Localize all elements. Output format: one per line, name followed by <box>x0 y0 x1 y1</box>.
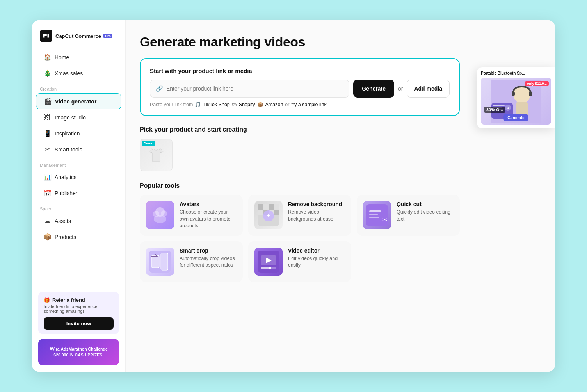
tool-card-remove-bg[interactable]: ✦ Remove background Remove video backgro… <box>248 195 351 236</box>
analytics-icon: 📊 <box>44 173 51 181</box>
avatars-desc: Choose or create your own avatars to pro… <box>180 209 237 230</box>
sidebar-item-video-generator-label: Video generator <box>55 98 96 105</box>
svg-rect-30 <box>261 267 270 269</box>
removebg-name: Remove background <box>288 201 345 207</box>
refer-card-desc: Invite friends to experience something a… <box>44 304 114 314</box>
svg-rect-11 <box>258 210 263 215</box>
refer-card: 🎁 Refer a friend Invite friends to exper… <box>38 292 119 334</box>
removebg-thumb-svg: ✦ <box>258 204 279 226</box>
tool-card-avatars[interactable]: Avatars Choose or create your own avatar… <box>140 195 243 236</box>
svg-rect-38 <box>493 105 505 106</box>
quickcut-thumb: ✂ <box>363 201 391 229</box>
sidebar-item-products[interactable]: 📦 Products <box>36 229 121 244</box>
sidebar-item-image-studio-label: Image studio <box>55 114 86 121</box>
sidebar-item-assets-label: Assets <box>55 218 71 224</box>
app-window: CapCut Commerce Pro 🏠 Home 🎄 Xmas sales … <box>32 20 555 372</box>
avatars-info: Avatars Choose or create your own avatar… <box>180 201 237 230</box>
removebg-desc: Remove video backgrounds at ease <box>288 209 345 223</box>
svg-rect-10 <box>274 204 279 210</box>
publisher-icon: 📅 <box>44 189 51 197</box>
popular-tools-grid: Avatars Choose or create your own avatar… <box>140 195 460 282</box>
preview-card: Portable Bluetooth Sp... ✦ only $1 <box>477 67 555 128</box>
sidebar-item-publisher[interactable]: 📅 Publisher <box>36 185 121 201</box>
svg-rect-23 <box>151 255 159 268</box>
quickcut-desc: Quickly edit video editing text <box>397 209 454 223</box>
preview-price-badge: only $11.9... <box>525 81 549 86</box>
svg-rect-19 <box>369 214 378 215</box>
smartcrop-desc: Automatically crop videos for different … <box>180 255 237 269</box>
sidebar-item-inspiration-label: Inspiration <box>55 130 80 137</box>
sidebar-item-smart-tools[interactable]: ✂ Smart tools <box>36 142 121 157</box>
videoeditor-info: Video editor Edit videos quickly and eas… <box>288 248 345 269</box>
smart-tools-icon: ✂ <box>44 146 51 153</box>
shirt-svg <box>146 145 166 165</box>
product-link-label: Start with your product link or media <box>150 68 450 74</box>
promo-banner[interactable]: #ViralAdsMarathon Challenge $20,000 IN C… <box>38 339 119 365</box>
refer-icon: 🎁 <box>44 297 50 303</box>
sidebar-item-assets[interactable]: ☁ Assets <box>36 213 121 228</box>
smartcrop-thumb-svg <box>149 251 171 273</box>
or-label: or <box>398 86 403 92</box>
sidebar-item-image-studio[interactable]: 🖼 Image studio <box>36 110 121 125</box>
preview-percent: 30% O... <box>484 107 505 113</box>
svg-text:✦: ✦ <box>266 212 271 219</box>
tiktokshop-link[interactable]: TikTok Shop <box>203 102 229 107</box>
smartcrop-thumb <box>146 248 174 276</box>
amazon-link[interactable]: Amazon <box>265 102 283 107</box>
preview-product-name: Portable Bluetooth Sp... <box>481 71 551 75</box>
svg-text:✂: ✂ <box>382 216 388 224</box>
quickcut-thumb-svg: ✂ <box>366 204 388 226</box>
svg-rect-24 <box>161 253 168 270</box>
sidebar-item-home-label: Home <box>55 54 69 61</box>
management-section-label: Management <box>32 157 125 169</box>
smartcrop-name: Smart crop <box>180 248 237 254</box>
svg-text:✦: ✦ <box>507 106 510 110</box>
tool-card-quick-cut[interactable]: ✂ Quick cut Quickly edit video editing t… <box>357 195 460 236</box>
try-sample-link[interactable]: try a sample link <box>291 102 326 107</box>
promo-text: #ViralAdsMarathon Challenge $20,000 IN C… <box>47 344 110 360</box>
quickcut-name: Quick cut <box>397 201 454 207</box>
sidebar-item-smart-tools-label: Smart tools <box>55 146 82 153</box>
videoeditor-thumb-svg <box>258 251 279 273</box>
products-icon: 📦 <box>44 233 51 241</box>
sidebar-item-home[interactable]: 🏠 Home <box>36 50 121 65</box>
svg-rect-36 <box>529 91 532 96</box>
sidebar-item-analytics[interactable]: 📊 Analytics <box>36 169 121 185</box>
product-thumbnail[interactable]: Demo <box>140 139 173 171</box>
tool-card-video-editor[interactable]: Video editor Edit videos quickly and eas… <box>248 241 351 282</box>
sidebar-item-xmas-sales[interactable]: 🎄 Xmas sales <box>36 66 121 81</box>
xmas-icon: 🎄 <box>44 69 51 77</box>
tool-card-smart-crop[interactable]: Smart crop Automatically crop videos for… <box>140 241 243 282</box>
sidebar-item-video-generator[interactable]: 🎬 Video generator <box>36 93 121 109</box>
capcut-logo-icon <box>40 30 52 42</box>
refer-card-title: 🎁 Refer a friend <box>44 297 114 303</box>
amazon-icon-small: 📦 <box>257 102 263 107</box>
svg-point-4 <box>153 211 159 217</box>
space-section-label: Space <box>32 201 125 213</box>
preview-generate-button[interactable]: Generate <box>503 114 528 121</box>
quickcut-info: Quick cut Quickly edit video editing tex… <box>397 201 454 223</box>
invite-now-button[interactable]: Invite now <box>44 317 114 330</box>
popular-tools-header: Popular tools <box>140 182 541 189</box>
smartcrop-info: Smart crop Automatically crop videos for… <box>180 248 237 269</box>
tiktok-icon-small: 🎵 <box>195 102 201 107</box>
sidebar-item-products-label: Products <box>55 234 76 240</box>
videoeditor-name: Video editor <box>288 248 345 254</box>
sidebar-item-inspiration[interactable]: 📱 Inspiration <box>36 126 121 141</box>
video-generator-icon: 🎬 <box>44 98 51 105</box>
removebg-thumb: ✦ <box>254 201 283 229</box>
shopify-link[interactable]: Shopify <box>239 102 255 107</box>
inspiration-icon: 📱 <box>44 130 51 137</box>
product-link-input[interactable] <box>166 86 343 92</box>
sidebar-item-publisher-label: Publisher <box>55 190 77 196</box>
add-media-button[interactable]: Add media <box>407 80 450 98</box>
preview-img: ✦ only $11.9... 30% O... Generate <box>481 78 551 125</box>
creation-section-label: Creation <box>32 81 125 93</box>
assets-icon: ☁ <box>44 217 51 225</box>
svg-rect-18 <box>369 210 381 212</box>
svg-rect-7 <box>258 204 263 210</box>
sidebar: CapCut Commerce Pro 🏠 Home 🎄 Xmas sales … <box>32 20 126 372</box>
shopify-icon-small: 🛍 <box>232 102 237 107</box>
generate-button[interactable]: Generate <box>353 80 394 98</box>
svg-point-5 <box>161 210 167 217</box>
